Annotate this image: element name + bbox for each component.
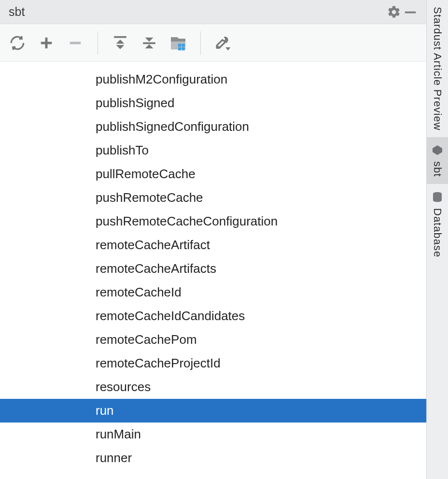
task-item[interactable]: remoteCacheIdCandidates	[0, 304, 426, 328]
task-item[interactable]: remoteCachePom	[0, 328, 426, 352]
svg-marker-9	[145, 44, 154, 48]
task-item[interactable]: publishSignedConfiguration	[0, 115, 426, 139]
database-icon	[431, 191, 444, 203]
minimize-icon[interactable]	[402, 4, 419, 20]
task-item[interactable]: resources	[0, 375, 426, 399]
module-view-icon[interactable]	[169, 34, 187, 52]
svg-marker-7	[145, 37, 154, 42]
remove-icon[interactable]	[67, 34, 84, 52]
task-item[interactable]: publishM2Configuration	[0, 68, 426, 91]
task-item[interactable]: pushRemoteCache	[0, 186, 426, 210]
svg-marker-16	[225, 47, 230, 50]
task-item[interactable]: remoteCacheId	[0, 281, 426, 304]
task-item[interactable]: pushRemoteCacheConfiguration	[0, 210, 426, 233]
toolbar	[0, 24, 426, 62]
settings-dropdown-icon[interactable]	[214, 34, 232, 52]
svg-rect-4	[114, 36, 126, 38]
side-tab-label: Database	[431, 208, 444, 257]
svg-marker-6	[116, 45, 125, 49]
side-tab-label: Stardust Article Preview	[431, 7, 444, 130]
svg-rect-13	[178, 47, 181, 50]
task-item[interactable]: publishTo	[0, 139, 426, 162]
task-item[interactable]: run	[0, 399, 426, 423]
svg-rect-12	[182, 43, 185, 46]
side-tab[interactable]: Stardust Article Preview	[427, 0, 448, 137]
task-tree[interactable]: publishM2ConfigurationpublishSignedpubli…	[0, 62, 426, 479]
task-item[interactable]: runner	[0, 446, 426, 470]
toolbar-separator	[200, 31, 201, 55]
expand-all-icon[interactable]	[112, 34, 129, 52]
svg-rect-2	[41, 42, 52, 44]
side-tab[interactable]: Database	[427, 184, 448, 264]
task-item[interactable]: remoteCacheProjectId	[0, 352, 426, 375]
task-item[interactable]: publishSigned	[0, 91, 426, 115]
collapse-all-icon[interactable]	[140, 34, 158, 52]
svg-rect-3	[70, 42, 81, 44]
side-tab[interactable]: sbt	[427, 137, 448, 183]
svg-rect-0	[405, 11, 416, 13]
panel-title: sbt	[9, 5, 25, 19]
svg-rect-8	[143, 42, 155, 44]
add-icon[interactable]	[38, 34, 55, 52]
svg-rect-14	[182, 47, 185, 50]
refresh-icon[interactable]	[9, 34, 26, 52]
svg-marker-5	[116, 39, 125, 43]
gear-icon[interactable]	[386, 4, 402, 20]
svg-marker-17	[433, 145, 442, 155]
side-tab-label: sbt	[431, 161, 444, 177]
right-toolwindow-strip: Stardust Article PreviewsbtDatabase	[426, 0, 448, 479]
task-item[interactable]: pullRemoteCache	[0, 162, 426, 186]
panel-titlebar: sbt	[0, 0, 426, 24]
task-item[interactable]: remoteCacheArtifact	[0, 233, 426, 257]
svg-rect-11	[178, 43, 181, 46]
task-item[interactable]: remoteCacheArtifacts	[0, 257, 426, 281]
sbt-icon	[431, 144, 444, 156]
toolbar-separator	[98, 31, 98, 55]
task-item[interactable]: runMain	[0, 423, 426, 446]
svg-rect-15	[216, 46, 219, 48]
